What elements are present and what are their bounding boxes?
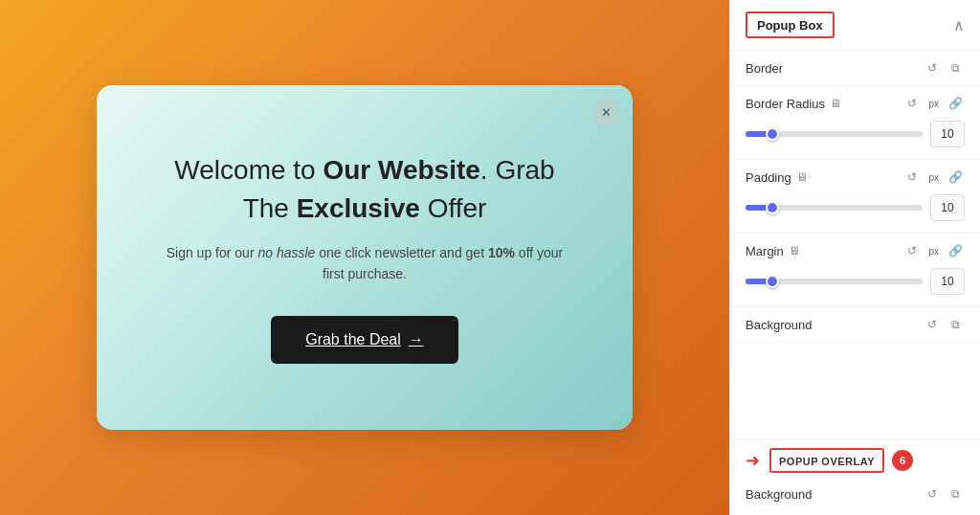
- margin-slider[interactable]: [746, 279, 923, 284]
- margin-unit[interactable]: px: [925, 245, 942, 258]
- padding-controls: ↺ px 🔗: [902, 168, 965, 187]
- panel-title-box: Popup Box: [746, 11, 835, 38]
- background-setting: Background ↺ ⧉: [730, 307, 980, 343]
- border-controls: ↺ ⧉: [923, 58, 965, 78]
- border-label: Border: [746, 61, 783, 76]
- margin-reset-icon[interactable]: ↺: [902, 241, 922, 260]
- overlay-section: ➜ POPUP OVERLAY 6 Background ↺ ⧉: [730, 439, 980, 515]
- padding-slider-row: [746, 187, 965, 225]
- margin-monitor-icon: 🖥: [789, 244, 800, 258]
- border-radius-reset-icon[interactable]: ↺: [902, 94, 922, 113]
- padding-input[interactable]: [930, 194, 965, 221]
- overlay-reset-icon[interactable]: ↺: [923, 484, 942, 504]
- background-copy-icon[interactable]: ⧉: [946, 315, 965, 334]
- padding-link-icon[interactable]: 🔗: [946, 168, 965, 187]
- margin-input[interactable]: [930, 268, 965, 295]
- overlay-background-label: Background: [746, 487, 812, 502]
- margin-controls: ↺ px 🔗: [902, 241, 965, 260]
- popup-subtitle: Sign up for our no hassle one click news…: [154, 242, 575, 285]
- border-radius-unit[interactable]: px: [925, 98, 942, 110]
- background-reset-icon[interactable]: ↺: [923, 315, 942, 334]
- padding-setting: Padding 🖥 ↺ px 🔗: [730, 160, 980, 234]
- settings-list: Border ↺ ⧉ Border Radius 🖥 ↺ px 🔗: [730, 51, 980, 439]
- overlay-badge: 6: [892, 450, 913, 471]
- margin-label: Margin 🖥: [746, 244, 800, 258]
- padding-monitor-icon: 🖥: [796, 170, 808, 184]
- padding-slider[interactable]: [746, 205, 923, 211]
- panel-title: Popup Box: [757, 18, 823, 33]
- border-radius-input[interactable]: [930, 121, 965, 147]
- preview-area: ✕ Welcome to Our Website. Grab The Exclu…: [0, 0, 729, 515]
- padding-reset-icon[interactable]: ↺: [902, 168, 922, 187]
- arrow-icon: →: [409, 331, 424, 348]
- border-reset-icon[interactable]: ↺: [923, 58, 942, 78]
- border-radius-controls: ↺ px 🔗: [902, 94, 965, 113]
- overlay-title: POPUP OVERLAY: [779, 456, 875, 467]
- border-radius-setting: Border Radius 🖥 ↺ px 🔗: [730, 86, 980, 160]
- border-radius-monitor-icon: 🖥: [830, 97, 841, 110]
- overlay-background-controls: ↺ ⧉: [923, 484, 965, 504]
- border-setting: Border ↺ ⧉: [730, 51, 980, 86]
- grab-deal-button[interactable]: Grab the Deal →: [271, 316, 458, 364]
- border-radius-link-icon[interactable]: 🔗: [946, 94, 965, 113]
- settings-panel: Popup Box ∧ Border ↺ ⧉ Border Radius 🖥: [729, 0, 980, 515]
- overlay-header: ➜ POPUP OVERLAY 6: [746, 448, 965, 473]
- close-icon: ✕: [601, 105, 612, 120]
- border-radius-slider[interactable]: [746, 131, 923, 137]
- background-controls: ↺ ⧉: [923, 315, 965, 334]
- popup-card: ✕ Welcome to Our Website. Grab The Exclu…: [97, 85, 633, 430]
- panel-header: Popup Box ∧: [730, 0, 980, 51]
- margin-setting: Margin 🖥 ↺ px 🔗: [730, 234, 980, 307]
- popup-title: Welcome to Our Website. Grab The Exclusi…: [154, 151, 575, 226]
- overlay-title-box: POPUP OVERLAY: [769, 448, 884, 473]
- border-copy-icon[interactable]: ⧉: [946, 58, 965, 78]
- padding-label: Padding 🖥: [746, 170, 808, 185]
- background-label: Background: [746, 318, 812, 332]
- border-radius-label: Border Radius 🖥: [746, 97, 841, 111]
- overlay-copy-icon[interactable]: ⧉: [946, 484, 965, 504]
- overlay-background-row: Background ↺ ⧉: [746, 481, 965, 507]
- collapse-button[interactable]: ∧: [953, 16, 965, 34]
- border-radius-slider-row: [746, 113, 965, 151]
- margin-slider-row: [746, 260, 965, 299]
- close-button[interactable]: ✕: [592, 99, 619, 125]
- padding-unit[interactable]: px: [925, 171, 942, 184]
- overlay-arrow-icon: ➜: [746, 450, 760, 471]
- margin-link-icon[interactable]: 🔗: [946, 241, 965, 260]
- grab-deal-label: Grab the Deal: [305, 331, 401, 348]
